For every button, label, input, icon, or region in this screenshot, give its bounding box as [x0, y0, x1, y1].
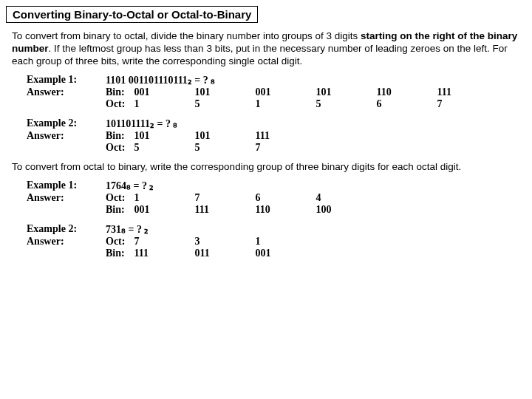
para1-post: . If the leftmost group has less than 3 …	[12, 43, 508, 66]
ex2-bin-label: Bin:	[106, 130, 134, 142]
ex1-label: Example 1:	[27, 74, 106, 86]
ex3-oct-2: 6	[255, 192, 316, 204]
ex1-bin-1: 101	[194, 86, 255, 98]
ex3-oct-3: 4	[316, 192, 376, 204]
ex1-bin-3: 101	[316, 86, 376, 98]
ex1-oct-4: 6	[376, 98, 437, 110]
ex1-bin-4: 110	[376, 86, 437, 98]
ex1-oct-5: 7	[437, 98, 497, 110]
ex3-question: 1764₈ = ? ₂	[106, 180, 376, 192]
ex3-bin-0: 001	[134, 204, 194, 216]
ex4-oct-label: Oct:	[106, 236, 134, 248]
ex4-bin-2: 001	[255, 248, 316, 259]
ex3-oct-0: 1	[134, 192, 194, 204]
ex3-answer-label: Answer:	[27, 192, 106, 204]
intro-para-2: To convert from octal to binary, write t…	[12, 161, 520, 174]
ex3-oct-label: Oct:	[106, 192, 134, 204]
ex1-bin-label: Bin:	[106, 86, 134, 98]
ex4-bin-1: 011	[194, 248, 255, 259]
ex3-bin-2: 110	[255, 204, 316, 216]
ex1-oct-label: Oct:	[106, 98, 134, 110]
page-title: Converting Binary-to-Octal or Octal-to-B…	[6, 6, 258, 23]
ex1-bin-0: 001	[134, 86, 194, 98]
ex4-oct-2: 1	[255, 236, 316, 248]
ex1-oct-3: 5	[316, 98, 376, 110]
ex2-label: Example 2:	[27, 117, 106, 130]
example-1: Example 1: 1101 001101110111₂ = ? ₈ Answ…	[27, 74, 526, 110]
para1-pre: To convert from binary to octal, divide …	[12, 30, 361, 41]
example-2: Example 2: 101101111₂ = ? ₈ Answer: Bin:…	[27, 117, 526, 154]
intro-para-1: To convert from binary to octal, divide …	[12, 30, 520, 68]
ex2-answer-label: Answer:	[27, 130, 106, 142]
ex4-bin-0: 111	[134, 248, 194, 259]
ex1-bin-2: 001	[255, 86, 316, 98]
ex1-oct-1: 5	[194, 98, 255, 110]
ex3-bin-label: Bin:	[106, 204, 134, 216]
example-4: Example 2: 731₈ = ? ₂ Answer: Oct: 7 3 1…	[27, 223, 526, 259]
ex2-oct-label: Oct:	[106, 142, 134, 154]
ex2-oct-2: 7	[255, 142, 316, 154]
ex2-oct-1: 5	[194, 142, 255, 154]
ex1-answer-label: Answer:	[27, 86, 106, 98]
ex2-bin-1: 101	[194, 130, 255, 142]
ex1-question: 1101 001101110111₂ = ? ₈	[106, 74, 437, 86]
ex2-bin-0: 101	[134, 130, 194, 142]
ex4-oct-1: 3	[194, 236, 255, 248]
ex1-oct-2: 1	[255, 98, 316, 110]
ex4-label: Example 2:	[27, 223, 106, 236]
ex2-question: 101101111₂ = ? ₈	[106, 117, 316, 130]
ex2-bin-2: 111	[255, 130, 316, 142]
ex3-bin-1: 111	[194, 204, 255, 216]
ex4-bin-label: Bin:	[106, 248, 134, 259]
example-3: Example 1: 1764₈ = ? ₂ Answer: Oct: 1 7 …	[27, 180, 526, 216]
ex3-oct-1: 7	[194, 192, 255, 204]
ex1-bin-5: 111	[437, 86, 497, 98]
ex2-oct-0: 5	[134, 142, 194, 154]
ex4-answer-label: Answer:	[27, 236, 106, 248]
ex4-question: 731₈ = ? ₂	[106, 223, 316, 236]
ex3-label: Example 1:	[27, 180, 106, 192]
ex1-oct-0: 1	[134, 98, 194, 110]
ex4-oct-0: 7	[134, 236, 194, 248]
ex3-bin-3: 100	[316, 204, 376, 216]
